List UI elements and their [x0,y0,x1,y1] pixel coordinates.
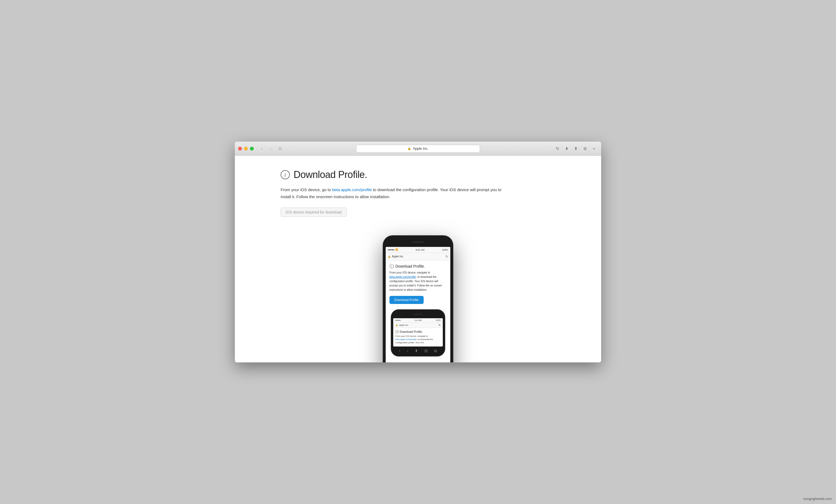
nested-address-text: Apple Inc. [399,324,409,326]
phone-step-desc: From your iOS device, navigate to beta.a… [390,271,446,292]
step-number: 2 [284,173,286,177]
phone-step-circle: 2 [390,264,394,268]
phone-tabs-icon[interactable]: ⧉ [434,349,437,353]
watermark: congngheviet.com [803,497,832,501]
page-title: Download Profile. [293,169,367,180]
nested-phone-container: 9:41 AM 100% 🔒 Apple Inc. ↻ [390,309,446,356]
address-bar[interactable]: 🔒 Apple Inc. [356,144,480,153]
download-icon: ⬇ [565,146,569,151]
phone-address-text: Apple Inc. [392,255,404,258]
reload-button[interactable]: ↻ [554,145,561,152]
page-content: 2 Download Profile. From your iOS device… [235,156,601,362]
close-button[interactable] [238,147,242,151]
phone-time: 9:41 AM [416,249,424,251]
nested-signal [395,320,400,321]
share-button[interactable]: ⬆ [572,145,580,152]
phone-signal: 📶 [388,249,398,251]
nested-step-desc: From your iOS device, navigate to beta.a… [395,335,441,344]
step-number-circle: 2 [281,170,290,179]
nested-time: 9:41 AM [415,319,422,321]
tabs-icon: ⧉ [584,146,587,151]
title-bar: ‹ › ⊡ 🔒 Apple Inc. ↻ ⬇ ⬆ [235,142,601,156]
address-bar-container: 🔒 Apple Inc. [356,144,480,153]
description-part1: From your iOS device, go to [281,187,332,192]
minimize-button[interactable] [244,147,248,151]
phone-screen: 📶 9:41 AM 100% 🔒 Apple Inc. ↻ [386,247,450,362]
reload-icon: ↻ [556,146,559,151]
new-tab-button[interactable]: + [590,145,598,152]
forward-icon: › [270,147,271,151]
phone-download-button[interactable]: Download Profile [390,296,424,304]
step-heading: 2 Download Profile. [281,169,555,180]
nested-step-title: Download Profile. [400,330,423,333]
nav-buttons: ‹ › [258,145,274,152]
phone-top-bar [386,239,450,245]
nested-phone-screen: 9:41 AM 100% 🔒 Apple Inc. ↻ [393,318,443,347]
ios-required-button: iOS device required for download [281,208,347,217]
nested-status-bar: 9:41 AM 100% [393,318,443,323]
forward-button[interactable]: › [267,145,274,152]
nested-phone-speaker [413,314,423,315]
browser-window: ‹ › ⊡ 🔒 Apple Inc. ↻ ⬇ ⬆ [235,142,601,362]
address-text: Apple Inc. [413,147,429,151]
right-controls: ↻ ⬇ ⬆ ⧉ + [554,145,598,152]
plus-icon: + [593,146,595,151]
phone-mockup-container: 📶 9:41 AM 100% 🔒 Apple Inc. ↻ [281,236,555,362]
phone-step-title: Download Profile. [395,264,425,268]
nested-phone-top-bar [393,312,443,316]
phone-battery: 100% [442,249,448,251]
nested-phone-outer: 9:41 AM 100% 🔒 Apple Inc. ↻ [391,310,445,356]
back-button[interactable]: ‹ [258,145,266,152]
phone-step-heading: 2 Download Profile. [390,264,446,268]
back-icon: ‹ [261,147,263,151]
content-area: 2 Download Profile. From your iOS device… [235,156,601,362]
phone-share-icon[interactable]: ⬆ [415,349,418,353]
phone-bottom-toolbar: ‹ › ⬆ ⊟ ⧉ [393,348,443,353]
phone-forward-icon[interactable]: › [407,349,408,353]
tabs-button[interactable]: ⧉ [581,145,589,152]
sidebar-icon: ⊡ [279,147,282,151]
step-description: From your iOS device, go to beta.apple.c… [281,186,501,200]
phone-address-bar: 🔒 Apple Inc. ↻ [386,253,450,260]
nested-page-content: 2 Download Profile. From your iOS device… [393,328,443,347]
nested-battery: 100% [436,319,441,321]
phone-status-bar: 📶 9:41 AM 100% [386,247,450,253]
phone-bookmarks-icon[interactable]: ⊟ [424,349,428,353]
phone-profile-link[interactable]: beta.apple.com/profile [390,275,416,278]
nested-step-circle: 2 [395,330,399,333]
traffic-lights [238,147,254,151]
sidebar-toggle-button[interactable]: ⊡ [276,145,284,152]
lock-icon: 🔒 [407,147,411,150]
phone-speaker [411,241,425,243]
download-toolbar-button[interactable]: ⬇ [563,145,570,152]
phone-back-icon[interactable]: ‹ [399,349,400,353]
phone-desc-part1: From your iOS device, navigate to [390,271,430,274]
profile-link[interactable]: beta.apple.com/profile [332,187,372,192]
nested-address-bar: 🔒 Apple Inc. ↻ [393,323,443,328]
phone-outer: 📶 9:41 AM 100% 🔒 Apple Inc. ↻ [383,236,453,362]
phone-reload-icon: ↻ [445,255,448,258]
phone-page-content: 2 Download Profile. From your iOS device… [386,260,450,360]
share-icon: ⬆ [574,146,578,151]
phone-lock-icon: 🔒 [388,255,391,258]
phone-step-number: 2 [391,265,392,268]
maximize-button[interactable] [250,147,254,151]
